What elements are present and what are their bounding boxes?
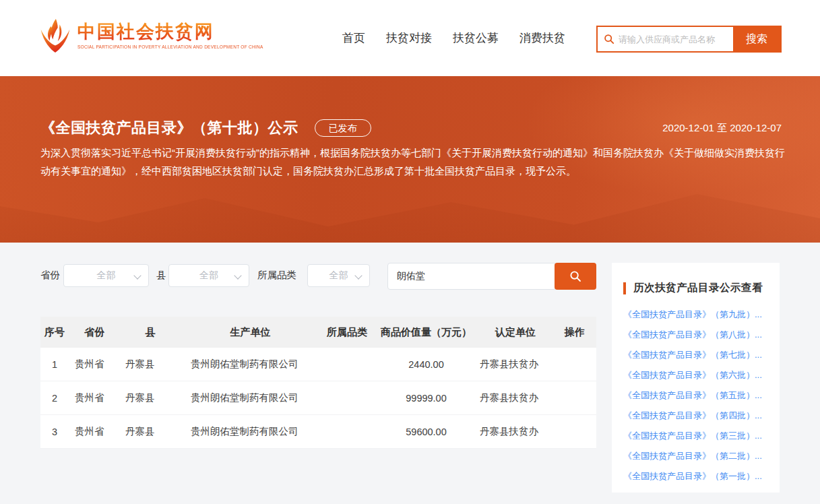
table-body: 1 贵州省 丹寨县 贵州朗佑堂制药有限公司 2440.00 丹寨县扶贫办 2 贵… xyxy=(40,348,596,449)
search-icon xyxy=(598,27,614,51)
header-search-input[interactable] xyxy=(614,27,733,51)
nav-item[interactable]: 扶贫公募 xyxy=(453,30,499,46)
cell-province: 贵州省 xyxy=(69,415,120,449)
catalog-link[interactable]: 《全国扶贫产品目录》（第四批）... xyxy=(623,406,773,426)
site-logo[interactable]: 中国社会扶贫网 SOCIAL PARTICIPATION IN POVERTY … xyxy=(38,16,277,55)
table-header-cell: 操作 xyxy=(553,317,596,348)
table-row: 1 贵州省 丹寨县 贵州朗佑堂制药有限公司 2440.00 丹寨县扶贫办 xyxy=(40,348,596,381)
cell-action xyxy=(553,381,596,415)
sidebar-title: 历次扶贫产品目录公示查看 xyxy=(633,281,763,295)
chevron-down-icon xyxy=(354,272,362,279)
cell-category xyxy=(320,381,374,415)
cell-province: 贵州省 xyxy=(69,348,120,381)
cell-county: 丹寨县 xyxy=(120,381,181,415)
table-header-cell: 生产单位 xyxy=(181,317,320,348)
banner-title-row: 《全国扶贫产品目录》（第十批）公示 已发布 2020-12-01 至 2020-… xyxy=(40,118,782,138)
catalog-link[interactable]: 《全国扶贫产品目录》（第一批）... xyxy=(623,466,773,486)
cell-action xyxy=(553,348,596,381)
cell-index: 1 xyxy=(40,348,69,381)
status-badge: 已发布 xyxy=(315,119,371,137)
catalog-link[interactable]: 《全国扶贫产品目录》（第五批）... xyxy=(623,385,773,406)
table-header-cell: 认定单位 xyxy=(478,317,553,348)
county-label: 县 xyxy=(156,263,166,288)
filter-search-button[interactable] xyxy=(555,263,596,290)
category-select-value: 全部 xyxy=(329,270,348,282)
banner: 《全国扶贫产品目录》（第十批）公示 已发布 2020-12-01 至 2020-… xyxy=(0,76,820,243)
header-search: 搜索 xyxy=(596,26,782,53)
cell-value: 2440.00 xyxy=(374,348,478,381)
header-search-button[interactable]: 搜索 xyxy=(733,27,780,51)
table-header-row: 序号 省份 县 生产单位 所属品类 商品价值量（万元） 认定单位 操作 xyxy=(40,317,596,348)
table-row: 2 贵州省 丹寨县 贵州朗佑堂制药有限公司 99999.00 丹寨县扶贫办 xyxy=(40,381,596,415)
sidebar: 历次扶贫产品目录公示查看 《全国扶贫产品目录》（第九批）... 《全国扶贫产品目… xyxy=(612,263,780,493)
table-header-cell: 商品价值量（万元） xyxy=(374,317,478,348)
table-row: 3 贵州省 丹寨县 贵州朗佑堂制药有限公司 59600.00 丹寨县扶贫办 xyxy=(40,415,596,449)
nav-item[interactable]: 首页 xyxy=(342,30,365,46)
table-head: 序号 省份 县 生产单位 所属品类 商品价值量（万元） 认定单位 操作 xyxy=(40,317,596,348)
cell-producer: 贵州朗佑堂制药有限公司 xyxy=(181,415,320,449)
logo-title: 中国社会扶贫网 xyxy=(77,22,277,42)
cell-category xyxy=(320,415,374,449)
cell-value: 59600.00 xyxy=(374,415,478,449)
page-title: 《全国扶贫产品目录》（第十批）公示 xyxy=(40,118,298,138)
catalog-link[interactable]: 《全国扶贫产品目录》（第六批）... xyxy=(623,365,773,385)
filter-bar: 省份 全部 县 全部 所属品类 全部 xyxy=(40,263,596,290)
province-select-value: 全部 xyxy=(97,270,116,282)
cell-authority: 丹寨县扶贫办 xyxy=(478,381,553,415)
province-label: 省份 xyxy=(40,263,60,288)
nav-item[interactable]: 扶贫对接 xyxy=(386,30,432,46)
cell-category xyxy=(320,348,374,381)
county-select[interactable]: 全部 xyxy=(168,264,249,287)
cell-producer: 贵州朗佑堂制药有限公司 xyxy=(181,348,320,381)
site-header: 中国社会扶贫网 SOCIAL PARTICIPATION IN POVERTY … xyxy=(0,0,820,76)
chevron-down-icon xyxy=(234,272,241,279)
logo-subtitle: SOCIAL PARTICIPATION IN POVERTY ALLEVIAT… xyxy=(77,44,263,49)
cell-authority: 丹寨县扶贫办 xyxy=(478,348,553,381)
flame-logo-icon xyxy=(38,16,73,55)
nav-item[interactable]: 消费扶贫 xyxy=(519,30,565,46)
table-header-cell: 省份 xyxy=(69,317,120,348)
catalog-link[interactable]: 《全国扶贫产品目录》（第八批）... xyxy=(623,325,773,345)
county-select-value: 全部 xyxy=(199,270,218,282)
cell-county: 丹寨县 xyxy=(120,415,181,449)
cell-index: 3 xyxy=(40,415,69,449)
catalog-link[interactable]: 《全国扶贫产品目录》（第七批）... xyxy=(623,345,773,365)
sidebar-links: 《全国扶贫产品目录》（第九批）... 《全国扶贫产品目录》（第八批）... 《全… xyxy=(612,295,780,486)
main-nav: 首页 扶贫对接 扶贫公募 消费扶贫 xyxy=(342,0,565,76)
cell-action xyxy=(553,415,596,449)
cell-province: 贵州省 xyxy=(69,381,120,415)
table-header-cell: 序号 xyxy=(40,317,69,348)
category-label: 所属品类 xyxy=(257,263,296,288)
cell-producer: 贵州朗佑堂制药有限公司 xyxy=(181,381,320,415)
chevron-down-icon xyxy=(133,272,141,279)
table-header-cell: 所属品类 xyxy=(320,317,374,348)
logo-text: 中国社会扶贫网 SOCIAL PARTICIPATION IN POVERTY … xyxy=(77,22,277,49)
catalog-link[interactable]: 《全国扶贫产品目录》（第二批）... xyxy=(623,446,773,466)
keyword-input[interactable] xyxy=(387,263,555,290)
province-select[interactable]: 全部 xyxy=(63,264,149,287)
catalog-link[interactable]: 《全国扶贫产品目录》（第三批）... xyxy=(623,426,773,446)
accent-bar xyxy=(623,282,626,294)
cell-county: 丹寨县 xyxy=(120,348,181,381)
category-select[interactable]: 全部 xyxy=(307,264,370,287)
cell-authority: 丹寨县扶贫办 xyxy=(478,415,553,449)
banner-description: 为深入贯彻落实习近平总书记“开展消费扶贫行动”的指示精神，根据国务院扶贫办等七部… xyxy=(40,144,787,180)
cell-value: 99999.00 xyxy=(374,381,478,415)
catalog-link[interactable]: 《全国扶贫产品目录》（第九批）... xyxy=(623,305,773,325)
date-range: 2020-12-01 至 2020-12-07 xyxy=(662,122,782,135)
search-icon xyxy=(569,270,581,282)
results-table: 序号 省份 县 生产单位 所属品类 商品价值量（万元） 认定单位 操作 xyxy=(40,317,596,449)
table-header-cell: 县 xyxy=(120,317,181,348)
sidebar-header: 历次扶贫产品目录公示查看 xyxy=(612,263,780,295)
cell-index: 2 xyxy=(40,381,69,415)
